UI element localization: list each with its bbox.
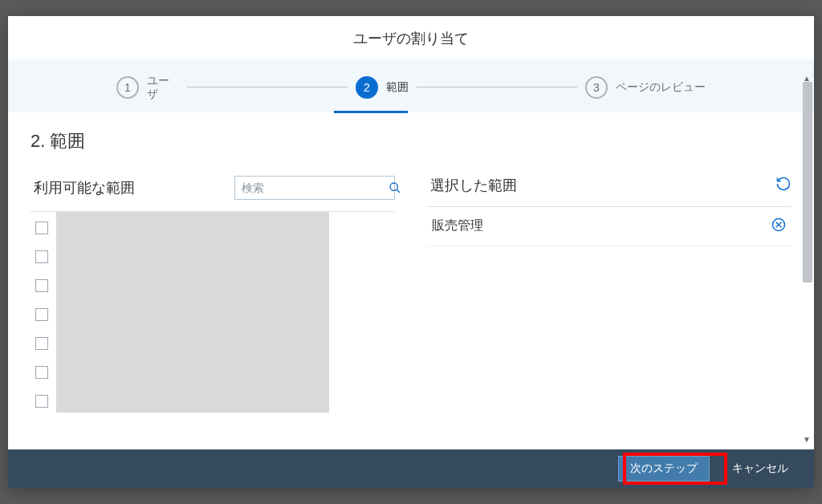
active-step-underline bbox=[334, 111, 408, 113]
wizard-step-2[interactable]: 2 範囲 bbox=[348, 76, 417, 99]
scope-checkbox[interactable] bbox=[35, 395, 48, 408]
modal-title: ユーザの割り当て bbox=[8, 16, 814, 59]
svg-line-1 bbox=[397, 189, 400, 193]
available-scopes-column: 利用可能な範囲 bbox=[31, 176, 395, 413]
available-list bbox=[31, 212, 395, 413]
selected-scopes-column: 選択した範囲 販売管理 bbox=[427, 176, 791, 413]
step-number: 1 bbox=[116, 76, 139, 99]
step-number: 3 bbox=[585, 76, 608, 99]
modal-body: 2. 範囲 利用可能な範囲 bbox=[8, 115, 814, 449]
selected-scope-label: 販売管理 bbox=[432, 217, 483, 234]
step-label: ページのレビュー bbox=[616, 80, 706, 94]
selected-title: 選択した範囲 bbox=[427, 176, 517, 195]
scope-checkbox[interactable] bbox=[35, 222, 48, 234]
step-number: 2 bbox=[356, 76, 378, 99]
modal-footer: 次のステップ キャンセル bbox=[8, 449, 814, 488]
scrollbar-thumb[interactable] bbox=[803, 82, 812, 282]
search-box[interactable] bbox=[234, 176, 395, 200]
available-title: 利用可能な範囲 bbox=[31, 178, 135, 197]
scope-checkbox[interactable] bbox=[35, 308, 48, 321]
reset-icon[interactable] bbox=[775, 176, 791, 195]
wizard-step-1[interactable]: 1 ユーザ bbox=[108, 74, 187, 101]
search-icon[interactable] bbox=[389, 177, 401, 199]
scope-columns: 利用可能な範囲 bbox=[31, 176, 791, 413]
available-header: 利用可能な範囲 bbox=[31, 176, 395, 208]
remove-icon[interactable] bbox=[771, 217, 787, 236]
selected-header: 選択した範囲 bbox=[427, 176, 791, 203]
scope-checkbox[interactable] bbox=[35, 250, 48, 263]
step-label: 範囲 bbox=[386, 80, 409, 94]
wizard-steps: 1 ユーザ 2 範囲 3 ページのレビュー bbox=[8, 59, 814, 112]
wizard-step-3[interactable]: 3 ページのレビュー bbox=[577, 76, 714, 99]
assign-users-modal: ユーザの割り当て 1 ユーザ 2 範囲 3 ページのレビュー 2. 範囲 利用可… bbox=[8, 16, 814, 488]
checkbox-column bbox=[31, 212, 56, 413]
svg-point-0 bbox=[390, 183, 397, 190]
section-heading: 2. 範囲 bbox=[31, 129, 791, 153]
step-label: ユーザ bbox=[147, 74, 179, 101]
scope-checkbox[interactable] bbox=[35, 279, 48, 292]
scroll-down-arrow[interactable]: ▼ bbox=[801, 433, 812, 445]
redacted-content bbox=[56, 212, 329, 413]
wizard-connector bbox=[187, 87, 348, 87]
scope-checkbox[interactable] bbox=[35, 337, 48, 350]
search-input[interactable] bbox=[235, 181, 389, 194]
selected-scope-row: 販売管理 bbox=[427, 207, 791, 246]
cancel-button[interactable]: キャンセル bbox=[721, 456, 800, 482]
wizard-connector bbox=[417, 87, 577, 87]
scope-checkbox[interactable] bbox=[35, 366, 48, 379]
next-step-button[interactable]: 次のステップ bbox=[618, 456, 710, 482]
